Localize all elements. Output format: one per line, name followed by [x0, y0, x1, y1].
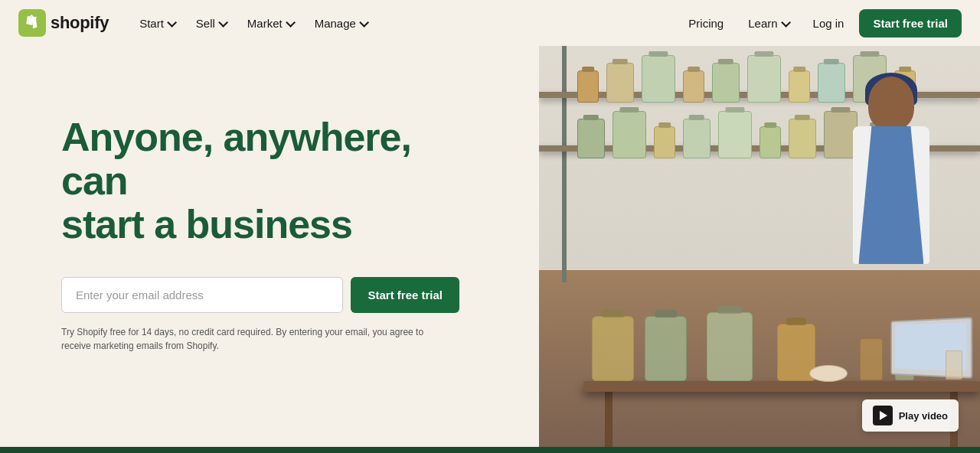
- bottle-item: [860, 338, 883, 380]
- jar-item: [789, 70, 810, 103]
- nav-learn-link[interactable]: Learn: [739, 11, 797, 36]
- sell-chevron-icon: [218, 21, 226, 25]
- learn-chevron-icon: [781, 21, 789, 25]
- nav-left: Start Sell Market Manage: [130, 11, 679, 36]
- bowl-item: [809, 365, 848, 382]
- jar-item: [577, 119, 605, 158]
- hero-start-trial-button[interactable]: Start free trial: [351, 277, 459, 313]
- play-video-button[interactable]: Play video: [862, 399, 959, 432]
- hero-disclaimer: Try Shopify free for 14 days, no credit …: [61, 325, 429, 353]
- hero-form: Start free trial: [61, 277, 459, 313]
- nav-market[interactable]: Market: [238, 11, 302, 36]
- start-chevron-icon: [167, 21, 175, 25]
- hero-content: Anyone, anywhere, can start a business S…: [0, 46, 539, 453]
- hero-heading: Anyone, anywhere, can start a business: [61, 116, 444, 247]
- jar-item: [760, 126, 781, 158]
- table-leg-left: [605, 392, 612, 453]
- jar-item: [577, 70, 599, 103]
- jar-item: [789, 119, 816, 158]
- shelf-frame-left: [562, 46, 567, 282]
- email-input[interactable]: [61, 277, 343, 313]
- big-jar-1: [592, 316, 634, 381]
- jar-item: [654, 126, 675, 158]
- nav-right: Pricing Learn Log in Start free trial: [679, 9, 962, 37]
- play-icon: [873, 406, 893, 425]
- person-head: [868, 77, 914, 130]
- brand-logo[interactable]: shopify: [18, 9, 109, 37]
- jar-item: [712, 63, 740, 103]
- hero-section: Anyone, anywhere, can start a business S…: [0, 46, 980, 453]
- table-surface: [583, 381, 980, 392]
- person-figure: [838, 77, 945, 337]
- nav-manage[interactable]: Manage: [305, 11, 376, 36]
- jar-item: [718, 111, 752, 158]
- brand-name: shopify: [51, 13, 109, 33]
- store-scene: Play video: [539, 46, 980, 453]
- manage-chevron-icon: [359, 21, 367, 25]
- navbar: shopify Start Sell Market Manage Pricing…: [0, 0, 980, 46]
- big-jar-2: [645, 316, 687, 381]
- glass-item: [946, 350, 962, 380]
- play-triangle-icon: [880, 411, 887, 420]
- jar-item: [683, 119, 710, 158]
- jar-item: [606, 63, 634, 103]
- jar-item: [642, 55, 675, 103]
- nav-sell[interactable]: Sell: [187, 11, 235, 36]
- shopify-logo-icon: [18, 9, 46, 37]
- nav-start-trial-button[interactable]: Start free trial: [859, 9, 962, 37]
- jar-item: [747, 55, 781, 103]
- jar-item: [683, 70, 704, 103]
- market-chevron-icon: [286, 21, 293, 25]
- play-video-label: Play video: [899, 410, 948, 422]
- jar-item: [612, 111, 646, 158]
- bottom-bar: [0, 447, 980, 453]
- nav-login-link[interactable]: Log in: [804, 11, 854, 36]
- nav-pricing-link[interactable]: Pricing: [679, 11, 733, 36]
- nav-start[interactable]: Start: [130, 11, 184, 36]
- hero-image: Play video: [539, 46, 980, 453]
- big-jar-3: [707, 312, 753, 381]
